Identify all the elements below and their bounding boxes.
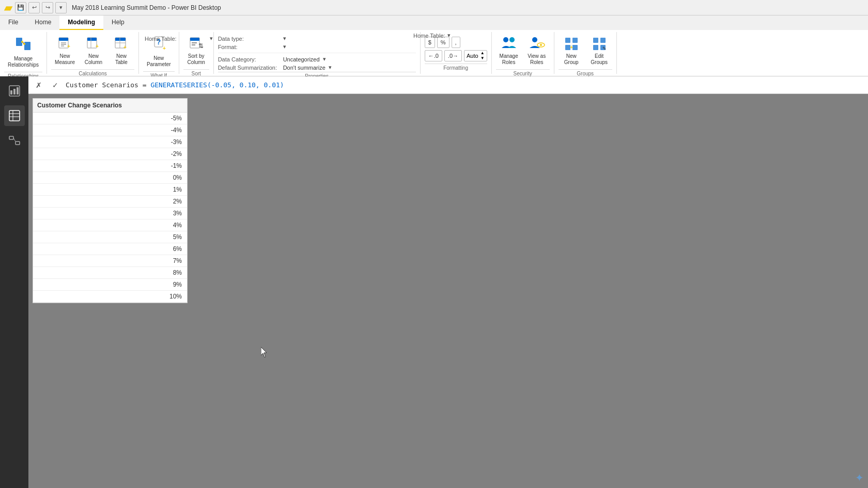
tab-help[interactable]: Help — [103, 15, 133, 30]
new-measure-button[interactable]: + NewMeasure — [51, 33, 79, 68]
svg-text:+: + — [67, 43, 70, 49]
sidebar-item-model[interactable] — [4, 130, 25, 151]
svg-rect-47 — [9, 111, 20, 121]
tab-home[interactable]: Home — [26, 15, 59, 30]
default-summarization-row: Default Summarization: Don't summarize ▾ — [218, 64, 332, 71]
formula-equals: = — [143, 81, 151, 89]
svg-marker-54 — [261, 347, 267, 357]
data-category-row: Data Category: Uncategorized ▾ — [218, 56, 326, 62]
table-row[interactable]: -3% — [33, 136, 187, 148]
table-row[interactable]: 5% — [33, 231, 187, 243]
table-row[interactable]: 1% — [33, 184, 187, 196]
ribbon-group-groups: + NewGroup ✎ EditGroups Groups — [554, 32, 617, 74]
table-row[interactable]: 0% — [33, 172, 187, 184]
ribbon-group-relationships: ManageRelationships Relationships — [0, 32, 47, 74]
undo-button[interactable]: ↩ — [28, 2, 40, 13]
new-column-label: NewColumn — [85, 53, 102, 66]
default-summarization-dropdown[interactable]: ▾ — [329, 64, 332, 71]
default-summarization-label: Default Summarization: — [218, 65, 280, 71]
save-button[interactable]: 💾 — [15, 2, 26, 13]
svg-text:+: + — [123, 44, 127, 50]
sparkle-icon: ✦ — [855, 471, 864, 484]
svg-rect-38 — [593, 38, 598, 43]
app-logo: ▰ — [4, 2, 12, 14]
svg-point-4 — [23, 43, 25, 45]
edit-groups-button[interactable]: ✎ EditGroups — [586, 33, 612, 68]
decrease-decimal-button[interactable]: ←.0 — [425, 50, 442, 61]
formula-text[interactable]: Customer Scenarios = GENERATESERIES(-0.0… — [66, 81, 864, 89]
new-group-label: NewGroup — [564, 53, 579, 66]
data-table: Customer Change Scenarios -5% -4% -3% -2… — [33, 98, 188, 303]
increase-decimal-button[interactable]: .0→ — [444, 50, 462, 61]
cursor — [261, 347, 269, 357]
new-table-button[interactable]: + NewTable — [109, 33, 134, 68]
data-category-dropdown[interactable]: ▾ — [323, 56, 326, 62]
table-row[interactable]: 9% — [33, 279, 187, 291]
data-category-label: Data Category: — [218, 56, 280, 62]
svg-point-30 — [532, 37, 537, 42]
new-column-button[interactable]: + NewColumn — [81, 33, 106, 68]
home-table-dd[interactable]: ▾ — [447, 32, 451, 39]
table-row[interactable]: 7% — [33, 255, 187, 267]
new-column-icon: + — [86, 36, 101, 52]
data-type-dropdown[interactable]: ▾ — [283, 35, 286, 42]
svg-rect-45 — [13, 89, 16, 95]
view-as-roles-button[interactable]: View asRoles — [524, 33, 550, 68]
tab-modeling[interactable]: Modeling — [59, 15, 103, 30]
home-table-lbl: Home Table: — [413, 33, 445, 39]
dropdown-button[interactable]: ▾ — [55, 2, 67, 13]
title-bar: ▰ 💾 ↩ ↪ ▾ May 2018 Learning Summit Demo … — [0, 0, 868, 15]
table-row[interactable]: -5% — [33, 113, 187, 124]
formatting-group-label: Formatting — [425, 64, 487, 72]
table-row[interactable]: 10% — [33, 291, 187, 303]
window-title: May 2018 Learning Summit Demo - Power BI… — [72, 4, 221, 11]
svg-text:+: + — [96, 43, 99, 49]
relationships-icon — [15, 36, 32, 55]
sidebar-item-data[interactable] — [4, 105, 25, 126]
view-as-roles-label: View asRoles — [528, 53, 546, 66]
format-dropdown[interactable]: ▾ — [283, 43, 286, 50]
table-row[interactable]: 3% — [33, 208, 187, 219]
formula-cancel-button[interactable]: ✗ — [33, 79, 45, 91]
svg-rect-16 — [115, 38, 126, 41]
data-category-value: Uncategorized — [283, 56, 320, 62]
table-row[interactable]: -2% — [33, 148, 187, 160]
svg-rect-12 — [87, 38, 97, 41]
format-label: Format: — [218, 44, 280, 50]
formula-field-name: Customer Scenarios — [66, 81, 138, 89]
manage-roles-button[interactable]: ManageRoles — [496, 33, 522, 68]
comma-button[interactable]: , — [452, 37, 460, 48]
table-row[interactable]: 6% — [33, 243, 187, 255]
home-table-section: Home Table: ▾ — [413, 32, 451, 39]
new-parameter-label: NewParameter — [147, 55, 171, 68]
svg-text:+: + — [163, 45, 166, 51]
home-table-label: Home Table: — [145, 36, 207, 42]
svg-point-3 — [21, 41, 23, 43]
auto-select[interactable]: Auto ▲ ▼ — [464, 50, 487, 61]
fmt-row-2: ←.0 .0→ Auto ▲ ▼ — [425, 50, 487, 61]
svg-rect-36 — [572, 45, 578, 50]
sort-by-column-label: Sort byColumn — [187, 53, 205, 66]
svg-rect-40 — [593, 45, 598, 50]
formula-confirm-button[interactable]: ✓ — [49, 79, 61, 91]
ribbon-group-properties: Data type: ▾ Format: ▾ Home Table: ▾ Dat… — [214, 32, 421, 74]
new-group-button[interactable]: + NewGroup — [559, 33, 584, 68]
table-row[interactable]: 8% — [33, 267, 187, 279]
table-row[interactable]: -4% — [33, 124, 187, 136]
table-row[interactable]: -1% — [33, 160, 187, 172]
home-table-dropdown[interactable]: ▾ — [210, 35, 213, 42]
main-content: Customer Change Scenarios -5% -4% -3% -2… — [28, 94, 868, 488]
sidebar-item-report[interactable] — [4, 81, 25, 101]
tab-file[interactable]: File — [0, 15, 26, 30]
table-row[interactable]: 4% — [33, 219, 187, 231]
auto-spinner[interactable]: ▲ ▼ — [481, 51, 485, 61]
table-row[interactable]: 2% — [33, 196, 187, 208]
svg-rect-1 — [24, 42, 30, 50]
ribbon-group-calculations: + NewMeasure + NewColumn — [47, 32, 139, 74]
sidebar — [0, 76, 28, 488]
redo-button[interactable]: ↪ — [42, 2, 53, 13]
svg-rect-44 — [10, 90, 12, 95]
svg-point-32 — [540, 44, 542, 46]
svg-rect-33 — [565, 38, 570, 43]
manage-relationships-button[interactable]: ManageRelationships — [4, 33, 42, 71]
